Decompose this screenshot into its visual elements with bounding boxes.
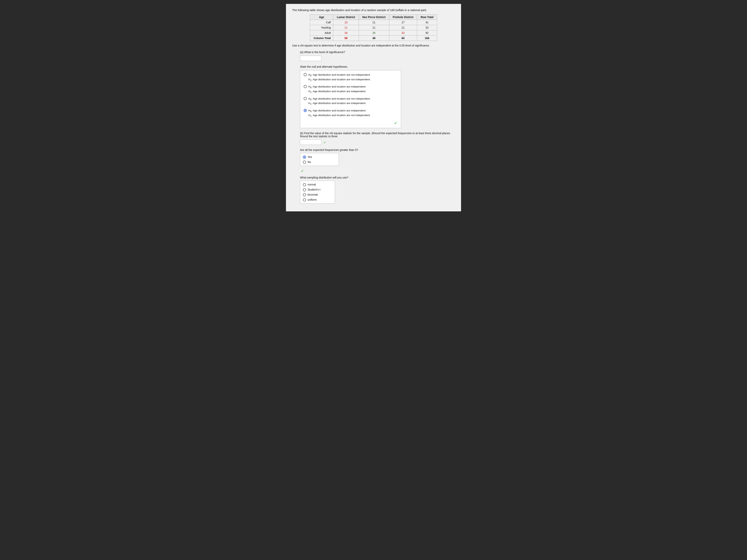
- label-students-t: Student's t: [308, 188, 320, 191]
- table-row-adult: Adult 34 26 32 92: [310, 30, 437, 35]
- val-calf-firehole: 17: [389, 20, 417, 25]
- label-yearling: Yearling: [310, 25, 333, 30]
- label-adult: Adult: [310, 30, 333, 35]
- sampling-students-t[interactable]: Student's t: [303, 188, 332, 191]
- section-b: (b) Find the value of the chi-square sta…: [300, 132, 455, 145]
- val-total-firehole: 60: [389, 35, 417, 41]
- label-uniform: uniform: [308, 198, 317, 201]
- val-total-lamar: 58: [333, 35, 359, 41]
- expected-freq-yes[interactable]: Yes: [303, 155, 336, 159]
- h1-text-3: H1: Age distribution and location are in…: [308, 101, 370, 106]
- val-adult-nezperce: 26: [359, 30, 389, 35]
- col-header-lamar: Lamar District: [333, 15, 359, 20]
- hypothesis-options-box: H0: Age distribution and location are no…: [300, 70, 401, 128]
- hypotheses-section: State the null and alternate hypotheses.…: [300, 65, 455, 128]
- radio-uniform[interactable]: [303, 198, 306, 202]
- radio-students-t[interactable]: [303, 188, 306, 191]
- radio-yes[interactable]: [303, 156, 306, 159]
- label-binomial: binomial: [308, 193, 318, 196]
- h1-text-2: H1: Age distribution and location are in…: [308, 89, 366, 94]
- hypothesis-option-3[interactable]: H0: Age distribution and location are no…: [304, 97, 397, 106]
- main-container: The following table shows age distributi…: [286, 4, 461, 211]
- chi-square-input[interactable]: [300, 139, 321, 145]
- sampling-uniform[interactable]: uniform: [303, 198, 332, 202]
- section-b-label: (b) Find the value of the chi-square sta…: [300, 132, 455, 138]
- h0-text-4: H0: Age distribution and location are in…: [308, 108, 370, 113]
- chi-square-checkmark: ✓: [323, 140, 326, 145]
- radio-option-2[interactable]: [304, 85, 307, 88]
- state-hypotheses-label: State the null and alternate hypotheses.: [300, 65, 455, 68]
- h1-text-1: H1: Age distribution and location are no…: [308, 77, 370, 82]
- chi-square-instructions: Use a chi-square test to determine if ag…: [292, 44, 455, 47]
- col-header-firehole: Firehole District: [389, 15, 417, 20]
- val-yearling-total: 33: [417, 25, 437, 30]
- val-calf-total: 41: [417, 20, 437, 25]
- significance-level-input[interactable]: [300, 56, 321, 61]
- val-total-nezperce: 48: [359, 35, 389, 41]
- section-a: (a) What is the level of significance?: [300, 51, 455, 65]
- expected-freq-section: Are all the expected frequencies greater…: [300, 149, 455, 173]
- hypothesis-option-4[interactable]: H0: Age distribution and location are in…: [304, 108, 397, 118]
- hypothesis-option-2[interactable]: H0: Age distribution and location are in…: [304, 85, 397, 94]
- val-adult-lamar: 34: [333, 30, 359, 35]
- table-row-yearling: Yearling 11 11 11 33: [310, 25, 437, 30]
- label-calf: Calf: [310, 20, 333, 25]
- intro-text: The following table shows age distributi…: [292, 8, 455, 12]
- h0-text-3: H0: Age distribution and location are no…: [308, 97, 370, 101]
- sampling-binomial[interactable]: binomial: [303, 193, 332, 196]
- sampling-dist-label: What sampling distribution will you use?: [300, 176, 455, 179]
- label-no: No: [308, 160, 311, 163]
- label-normal: normal: [308, 183, 316, 186]
- radio-option-1[interactable]: [304, 73, 307, 76]
- val-adult-total: 92: [417, 30, 437, 35]
- hypothesis-text-3: H0: Age distribution and location are no…: [308, 97, 370, 106]
- val-yearling-nezperce: 11: [359, 25, 389, 30]
- section-a-label: (a) What is the level of significance?: [300, 51, 455, 54]
- h1-text-4: H1: Age distribution and location are no…: [308, 113, 370, 118]
- expected-freq-checkmark: ✓: [301, 168, 455, 173]
- radio-no[interactable]: [303, 161, 306, 164]
- expected-freq-group: Yes No: [300, 153, 339, 166]
- table-row-total: Column Total 58 48 60 166: [310, 35, 437, 41]
- label-coltotal: Column Total: [310, 35, 333, 41]
- col-header-rowtotal: Row Total: [417, 15, 437, 20]
- hypothesis-text-2: H0: Age distribution and location are in…: [308, 85, 366, 94]
- hypothesis-checkmark: ✓: [304, 121, 397, 126]
- sampling-dist-section: What sampling distribution will you use?…: [300, 176, 455, 204]
- radio-normal[interactable]: [303, 183, 306, 186]
- label-yes: Yes: [308, 155, 312, 158]
- sampling-dist-box: normal Student's t binomial uniform: [300, 181, 335, 204]
- h0-text-2: H0: Age distribution and location are in…: [308, 85, 366, 89]
- hypothesis-text-1: H0: Age distribution and location are no…: [308, 73, 370, 82]
- col-header-age: Age: [310, 15, 333, 20]
- val-calf-lamar: 13: [333, 20, 359, 25]
- sampling-normal[interactable]: normal: [303, 183, 332, 186]
- expected-freq-no[interactable]: No: [303, 160, 336, 164]
- val-total-rowtotal: 166: [417, 35, 437, 41]
- val-adult-firehole: 32: [389, 30, 417, 35]
- radio-option-4[interactable]: [304, 109, 307, 112]
- col-header-nezperce: Nez Perce District: [359, 15, 389, 20]
- radio-option-3[interactable]: [304, 97, 307, 100]
- val-yearling-lamar: 11: [333, 25, 359, 30]
- table-row-calf: Calf 13 11 17 41: [310, 20, 437, 25]
- h0-text-1: H0: Age distribution and location are no…: [308, 73, 370, 77]
- val-calf-nezperce: 11: [359, 20, 389, 25]
- hypothesis-text-4: H0: Age distribution and location are in…: [308, 108, 370, 118]
- expected-freq-label: Are all the expected frequencies greater…: [300, 149, 455, 152]
- hypothesis-option-1[interactable]: H0: Age distribution and location are no…: [304, 73, 397, 82]
- val-yearling-firehole: 11: [389, 25, 417, 30]
- data-table: Age Lamar District Nez Perce District Fi…: [310, 15, 437, 41]
- radio-binomial[interactable]: [303, 193, 306, 196]
